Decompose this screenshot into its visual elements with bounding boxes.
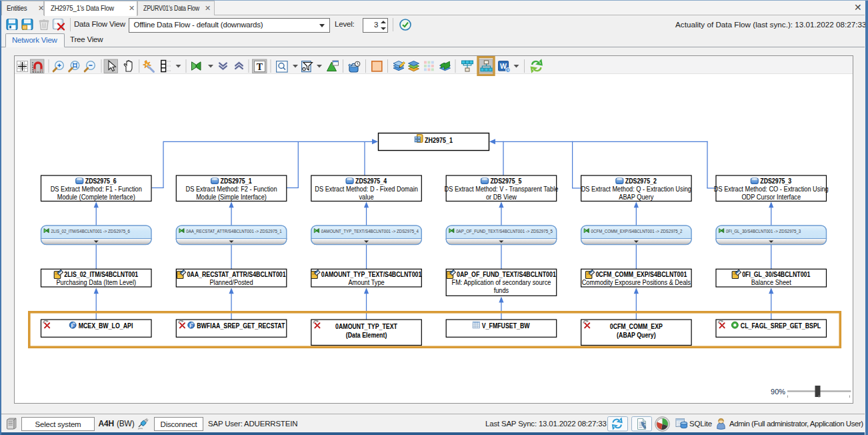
- svg-text:T: T: [257, 62, 263, 72]
- svg-text:DS Extract Method: F2 - Functi: DS Extract Method: F2 - Function: [186, 185, 277, 193]
- svg-text:value: value: [359, 193, 374, 201]
- svg-text:2LIS_02_ITM/S4BCLNT001 -> ZDS2: 2LIS_02_ITM/S4BCLNT001 -> ZDS2975_6: [51, 228, 130, 234]
- svg-text:0CFM_COMM_EXP/S4BCLNT001 -> ZD: 0CFM_COMM_EXP/S4BCLNT001 -> ZDS2975_2: [591, 228, 683, 234]
- svg-text:ZDS2975_6: ZDS2975_6: [85, 177, 117, 185]
- svg-text:0AP_OF_FUND_TEXT/S4BCLNT001: 0AP_OF_FUND_TEXT/S4BCLNT001: [457, 270, 556, 278]
- svg-text:or DB View: or DB View: [486, 193, 517, 201]
- svg-text:funds: funds: [494, 286, 509, 294]
- svg-text:CL_FAGL_SREP_GET_BSPL: CL_FAGL_SREP_GET_BSPL: [741, 322, 821, 330]
- svg-text:Planned/Posted: Planned/Posted: [209, 278, 253, 286]
- svg-text:0FI_GL_30/S4BCLNT001: 0FI_GL_30/S4BCLNT001: [742, 270, 810, 278]
- svg-text:Module (Simple Interface): Module (Simple Interface): [196, 193, 267, 201]
- svg-text:90%: 90%: [771, 388, 785, 396]
- svg-text:Balance Sheet: Balance Sheet: [751, 278, 791, 286]
- svg-text:2LIS_02_ITM/S4BCLNT001: 2LIS_02_ITM/S4BCLNT001: [64, 270, 138, 278]
- svg-text:ZDS2975_4: ZDS2975_4: [355, 177, 387, 185]
- svg-text:0AMOUNT_TYP_TEXT/S4BCLNT001: 0AMOUNT_TYP_TEXT/S4BCLNT001: [321, 270, 422, 278]
- svg-text:0CFM_COMM_EXP: 0CFM_COMM_EXP: [610, 322, 663, 330]
- svg-text:W: W: [500, 62, 507, 70]
- svg-text:Module (Complete Interface): Module (Complete Interface): [57, 193, 135, 201]
- svg-text:0AMOUNT_TYP_TEXT: 0AMOUNT_TYP_TEXT: [335, 322, 397, 330]
- svg-text:Amount Type: Amount Type: [348, 278, 384, 286]
- svg-text:(Data Element): (Data Element): [346, 331, 387, 339]
- svg-text:MCEX_BW_LO_API: MCEX_BW_LO_API: [79, 322, 133, 330]
- svg-text:ZDS2975_2: ZDS2975_2: [625, 177, 657, 185]
- svg-text:DS Extract Method: Q - Extract: DS Extract Method: Q - Extraction Using: [581, 185, 691, 193]
- svg-text:0FI_GL_30/S4BCLNT001 -> ZDS297: 0FI_GL_30/S4BCLNT001 -> ZDS2975_3: [726, 228, 801, 234]
- svg-text:Commodity Exposure Positions &: Commodity Exposure Positions & Deals: [582, 278, 691, 286]
- svg-text:ZDS2975_1: ZDS2975_1: [221, 177, 252, 185]
- svg-text:F: F: [189, 322, 193, 329]
- svg-text:F: F: [71, 322, 75, 329]
- svg-text:Purchasing Data (Item Level): Purchasing Data (Item Level): [56, 278, 136, 286]
- svg-text:ZH2975_1: ZH2975_1: [425, 136, 453, 144]
- svg-text:ODP Cursor Interface: ODP Cursor Interface: [741, 193, 801, 201]
- svg-text:DS Extract Method: F1 - Functi: DS Extract Method: F1 - Function: [51, 185, 142, 193]
- svg-text:ZDS2975_3: ZDS2975_3: [760, 177, 791, 185]
- svg-text:DS Extract Method: CO - Extrac: DS Extract Method: CO - Extraction Using: [714, 185, 829, 193]
- svg-text:DS Extract Method: V - Transpa: DS Extract Method: V - Transparent Table: [445, 185, 559, 193]
- svg-text:0AA_RECSTAT_ATTR/S4BCLNT001: 0AA_RECSTAT_ATTR/S4BCLNT001: [187, 270, 285, 278]
- svg-text:DS Extract Method: D - Fixed D: DS Extract Method: D - Fixed Domain: [315, 185, 418, 193]
- svg-text:ABAP Query: ABAP Query: [619, 193, 654, 201]
- svg-text:0AA_RECSTAT_ATTR/S4BCLNT001 ->: 0AA_RECSTAT_ATTR/S4BCLNT001 -> ZDS2975_1: [186, 228, 281, 234]
- svg-text:(ABAP Query): (ABAP Query): [617, 331, 656, 339]
- svg-text:V_FMFUSET_BW: V_FMFUSET_BW: [482, 322, 530, 330]
- svg-text:ZDS2975_5: ZDS2975_5: [490, 177, 521, 185]
- svg-text:FM: Application of secondary s: FM: Application of secondary source: [452, 278, 551, 286]
- svg-text:BWFIAA_SREP_GET_RECSTAT: BWFIAA_SREP_GET_RECSTAT: [197, 322, 285, 330]
- svg-text:0AMOUNT_TYP_TEXT/S4BCLNT001 ->: 0AMOUNT_TYP_TEXT/S4BCLNT001 -> ZDS2975_4: [321, 228, 419, 234]
- svg-text:0AP_OF_FUND_TEXT/S4BCLNT001 ->: 0AP_OF_FUND_TEXT/S4BCLNT001 -> ZDS2975_5: [456, 228, 553, 234]
- svg-text:0CFM_COMM_EXP/S4BCLNT001: 0CFM_COMM_EXP/S4BCLNT001: [595, 270, 687, 278]
